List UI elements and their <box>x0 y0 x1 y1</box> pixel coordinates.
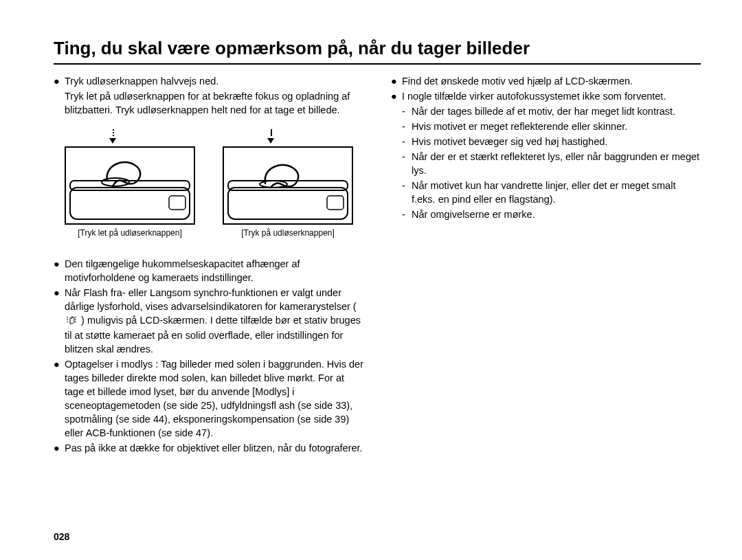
svg-rect-6 <box>327 196 344 210</box>
bullet-dot-icon: ● <box>54 441 60 455</box>
bullet-dot-icon: ● <box>54 286 60 356</box>
sub-text: Hvis motivet er meget reflekterende elle… <box>412 120 627 133</box>
sub-text: Når der tages billede af et motiv, der h… <box>412 104 675 118</box>
bullet-dot-icon: ● <box>391 74 398 88</box>
bullet-autofocus: ● I nogle tilfælde virker autofokussyste… <box>391 89 701 103</box>
bullet-dot-icon: ● <box>54 74 60 88</box>
right-column: ● Find det ønskede motiv ved hjælp af LC… <box>391 74 701 456</box>
figure-light-press: [Tryk let på udløserknappen] <box>65 129 195 239</box>
figure-full-press: [Tryk på udløserknappen] <box>223 129 353 239</box>
backlight-text: Tag billeder med solen i baggrunden. Hvi… <box>65 359 363 438</box>
bullet-text: I nogle tilfælde virker autofokussysteme… <box>402 89 666 103</box>
left-column: ● Tryk udløserknappen halvvejs ned. Tryk… <box>54 74 363 456</box>
sub-text: Når motivet kun har vandrette linjer, el… <box>412 179 701 206</box>
title-rule <box>54 63 701 65</box>
svg-rect-5 <box>228 181 348 190</box>
arrow-down-dotted-icon <box>109 129 116 144</box>
dash-icon: - <box>402 179 407 206</box>
camera-shake-icon <box>66 314 77 328</box>
shutter-halfway-continuation: Tryk let på udløserknappen for at bekræf… <box>65 89 363 117</box>
dash-icon: - <box>402 208 407 221</box>
af-reflective: - Hvis motivet er meget reflekterende el… <box>402 120 701 133</box>
page-number: 028 <box>54 531 69 542</box>
camera-illustration-1 <box>65 146 195 225</box>
figure-row: [Tryk let på udløserknappen] [Tryk på ud… <box>65 129 363 239</box>
af-moving: - Hvis motivet bevæger sig ved høj hasti… <box>402 135 701 148</box>
arrow-down-solid-icon <box>267 129 274 144</box>
bullet-dot-icon: ● <box>54 257 60 284</box>
sub-text: Når der er et stærkt reflekteret lys, el… <box>412 150 701 177</box>
camera-illustration-2 <box>223 146 353 225</box>
bullet-memory: ● Den tilgængelige hukommelseskapacitet … <box>54 257 363 284</box>
af-bright-bg: - Når der er et stærkt reflekteret lys, … <box>402 150 701 177</box>
bullet-text: Tryk udløserknappen halvvejs ned. <box>65 74 218 88</box>
bullet-text: Pas på ikke at dække for objektivet elle… <box>65 441 363 455</box>
svg-rect-4 <box>228 188 348 219</box>
figure-caption-2: [Tryk på udløserknappen] <box>241 227 335 239</box>
bullet-shutter-halfway: ● Tryk udløserknappen halvvejs ned. <box>54 74 363 88</box>
figure-caption-1: [Tryk let på udløserknappen] <box>78 227 182 239</box>
page-title: Ting, du skal være opmærksom på, når du … <box>54 38 701 59</box>
af-horizontal: - Når motivet kun har vandrette linjer, … <box>402 179 701 206</box>
content-columns: ● Tryk udløserknappen halvvejs ned. Tryk… <box>54 74 701 456</box>
manual-page: Ting, du skal være opmærksom på, når du … <box>0 0 742 560</box>
bullet-dot-icon: ● <box>54 357 60 440</box>
shake-text-b: ) muligvis på LCD-skærmen. I dette tilfæ… <box>65 315 361 355</box>
svg-rect-2 <box>169 196 186 210</box>
bullet-dot-icon: ● <box>391 89 398 103</box>
af-dark: - Når omgivelserne er mørke. <box>402 208 701 221</box>
backlight-lead: Optagelser i modlys : <box>65 359 158 370</box>
dash-icon: - <box>402 135 407 148</box>
af-contrast: - Når der tages billede af et motiv, der… <box>402 104 701 118</box>
dash-icon: - <box>402 104 407 118</box>
bullet-backlight: ● Optagelser i modlys : Tag billeder med… <box>54 357 363 440</box>
backlight-body: Optagelser i modlys : Tag billeder med s… <box>65 357 363 440</box>
shake-text-a: Når Flash fra- eller Langsom synchro-fun… <box>65 287 357 312</box>
bullet-text: Find det ønskede motiv ved hjælp af LCD-… <box>402 74 633 88</box>
dash-icon: - <box>402 150 407 177</box>
bullet-lcd-subject: ● Find det ønskede motiv ved hjælp af LC… <box>391 74 701 88</box>
bullet-text: Den tilgængelige hukommelseskapacitet af… <box>65 257 363 284</box>
sub-text: Hvis motivet bevæger sig ved høj hastigh… <box>412 135 607 148</box>
bullet-camera-shake: ● Når Flash fra- eller Langsom synchro-f… <box>54 286 363 356</box>
bullet-text: Når Flash fra- eller Langsom synchro-fun… <box>65 286 363 356</box>
bullet-lens-cover: ● Pas på ikke at dække for objektivet el… <box>54 441 363 455</box>
dash-icon: - <box>402 120 407 133</box>
svg-rect-0 <box>70 188 190 219</box>
sub-text: Når omgivelserne er mørke. <box>412 208 535 221</box>
svg-rect-1 <box>70 181 190 190</box>
